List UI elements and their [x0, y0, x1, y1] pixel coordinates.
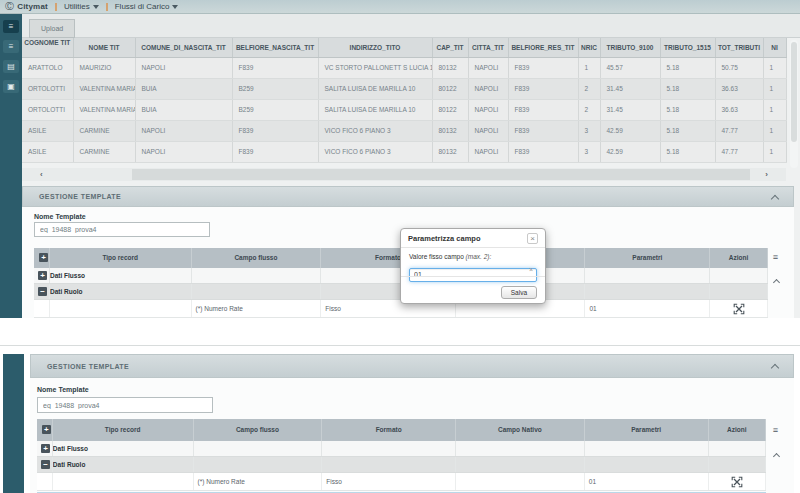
template-group-row[interactable]: +Dati Flusso: [37, 441, 766, 457]
horizontal-scrollbar-thumb[interactable]: [132, 169, 750, 180]
close-icon[interactable]: ×: [527, 233, 538, 244]
brand[interactable]: Ⓒ Citymat: [5, 2, 48, 11]
template-column-header[interactable]: Parametri: [585, 248, 710, 268]
template-column-header[interactable]: Tipo record: [53, 419, 194, 441]
template-cell: (*) Numero Rate: [194, 473, 323, 490]
template-cell: [37, 473, 53, 490]
template-cell: +: [34, 248, 50, 268]
template-column-header[interactable]: Formato: [322, 419, 456, 441]
template-cell: [709, 457, 766, 472]
template-detail-row[interactable]: (*) Numero RateFisso01: [37, 473, 766, 491]
list-icon[interactable]: ≡: [3, 40, 19, 53]
parametrize-action-icon[interactable]: [733, 303, 745, 315]
collapse-icon[interactable]: −: [38, 287, 47, 296]
horizontal-scrollbar[interactable]: ‹ ›: [22, 168, 786, 181]
column-header[interactable]: NRIC: [578, 38, 600, 57]
scroll-left-icon[interactable]: ‹: [40, 168, 43, 181]
column-header[interactable]: CAP_TIT: [432, 38, 468, 57]
scroll-up-icon[interactable]: [773, 453, 780, 460]
table-row[interactable]: ASILECARMINENAPOLIF839VICO FICO 6 PIANO …: [22, 141, 786, 162]
salva-button[interactable]: Salva: [501, 286, 537, 299]
table-cell: F839: [508, 78, 578, 99]
template-column-header[interactable]: Campo flusso: [194, 419, 323, 441]
template-cell: −: [34, 284, 50, 299]
template-column-header[interactable]: Azioni: [709, 419, 766, 441]
archive-icon[interactable]: ▣: [3, 80, 19, 93]
expand-all-icon[interactable]: +: [42, 425, 51, 434]
template-column-header[interactable]: Tipo record: [50, 248, 192, 268]
template-column-header[interactable]: Azioni: [710, 248, 768, 268]
table-row[interactable]: ORTOLOTTIVALENTINA MARIABUIAB259SALITA L…: [22, 78, 786, 99]
table-cell: F839: [232, 120, 318, 141]
template-column-header[interactable]: Campo Nativo: [456, 419, 585, 441]
collapse-icon[interactable]: −: [41, 460, 50, 469]
table-cell: VALENTINA MARIA: [73, 78, 135, 99]
template-cell: [456, 473, 585, 490]
nome-template-label: Nome Template: [37, 386, 89, 393]
template-cell: [585, 457, 709, 472]
sidebar-strip: [3, 354, 24, 493]
nome-template-input[interactable]: [37, 397, 213, 413]
column-header[interactable]: BELFIORE_RES_TIT: [508, 38, 578, 57]
template-cell: [34, 300, 50, 317]
expand-icon[interactable]: +: [41, 444, 50, 453]
table-cell: ASILE: [22, 120, 73, 141]
table-cell: 5.18: [660, 99, 715, 120]
panel-header[interactable]: GESTIONE TEMPLATE: [30, 354, 794, 378]
menu-icon[interactable]: ≡: [3, 20, 19, 33]
file-icon[interactable]: ▤: [3, 60, 19, 73]
table-cell: F839: [508, 57, 578, 78]
template-cell: −: [37, 457, 53, 472]
panel-header[interactable]: GESTIONE TEMPLATE: [22, 186, 794, 207]
template-cell: [710, 300, 768, 317]
grid-menu-icon[interactable]: ≡: [773, 426, 778, 435]
table-row[interactable]: ASILECARMINENAPOLIF839VICO FICO 6 PIANO …: [22, 120, 786, 141]
vertical-scrollbar-thumb[interactable]: [791, 42, 797, 142]
scroll-up-icon[interactable]: [773, 279, 780, 286]
table-cell: NAPOLI: [135, 57, 232, 78]
table-cell: F839: [232, 141, 318, 162]
table-row[interactable]: ARATTOLOMAURIZIONAPOLIF839VC STORTO PALL…: [22, 57, 786, 78]
column-header[interactable]: BELFIORE_NASCITA_TIT: [232, 38, 318, 57]
nav-item-utilities[interactable]: Utilities: [64, 2, 99, 11]
column-header[interactable]: NI: [763, 38, 786, 57]
column-header[interactable]: TRIBUTO_9100: [600, 38, 660, 57]
grid-menu-icon[interactable]: ≡: [773, 253, 778, 262]
column-header[interactable]: TRIBUTO_1515: [660, 38, 715, 57]
table-row[interactable]: ORTOLOTTIVALENTINA MARIABUIAB259SALITA L…: [22, 99, 786, 120]
parametrize-action-icon[interactable]: [731, 476, 743, 488]
template-cell: [192, 268, 322, 283]
nav-item-flussi-di-carico[interactable]: Flussi di Carico: [115, 2, 179, 11]
table-cell: BUIA: [135, 78, 232, 99]
template-column-header[interactable]: Campo flusso: [192, 248, 322, 268]
table-cell: SALITA LUISA DE MARILLA 10: [318, 78, 432, 99]
template-group-row[interactable]: −Dati Ruolo: [37, 457, 766, 473]
expand-icon[interactable]: +: [38, 271, 47, 280]
column-header[interactable]: COMUNE_DI_NASCITA_TIT: [135, 38, 232, 57]
vertical-scrollbar[interactable]: [790, 40, 798, 168]
table-cell: NAPOLI: [468, 78, 508, 99]
template-cell: +: [37, 419, 53, 441]
column-header[interactable]: NOME TIT: [73, 38, 135, 57]
template-cell: Dati Ruolo: [53, 457, 194, 472]
table-cell: 80132: [432, 120, 468, 141]
table-cell: NAPOLI: [468, 99, 508, 120]
collapse-chevron-icon[interactable]: [771, 364, 779, 372]
template-cell: [456, 441, 585, 456]
scroll-right-icon[interactable]: ›: [765, 168, 768, 181]
template-cell: [709, 441, 766, 456]
template-column-header[interactable]: Parametri: [585, 419, 709, 441]
nome-template-input[interactable]: [34, 222, 210, 237]
table-cell: 45.57: [600, 57, 660, 78]
table-cell: 1: [763, 78, 786, 99]
column-header[interactable]: TOT_TRIBUTI: [715, 38, 763, 57]
collapse-chevron-icon[interactable]: [771, 194, 779, 202]
max-hint: (max. 2):: [466, 253, 492, 260]
table-cell: NAPOLI: [135, 141, 232, 162]
clear-input-icon[interactable]: ×: [529, 266, 533, 274]
expand-all-icon[interactable]: +: [39, 253, 48, 262]
column-header[interactable]: INDIRIZZO_TITO: [318, 38, 432, 57]
column-header[interactable]: CITTA_TIT: [468, 38, 508, 57]
column-header[interactable]: COGNOME TIT: [22, 38, 73, 57]
tab-upload[interactable]: Upload: [29, 19, 75, 38]
